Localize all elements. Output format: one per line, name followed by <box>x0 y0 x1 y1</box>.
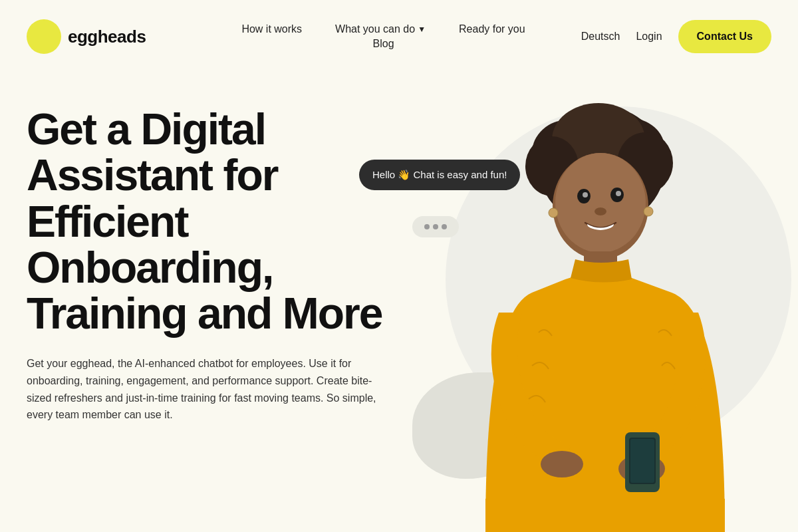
hero-section: Get a Digital Assistant for Efficient On… <box>0 73 798 532</box>
svg-rect-19 <box>630 439 654 483</box>
header: eggheads How it works What you can do ▼ … <box>0 0 798 73</box>
typing-dot-3 <box>442 224 447 229</box>
nav-what-you-can-do[interactable]: What you can do ▼ <box>335 23 426 35</box>
svg-rect-21 <box>485 499 725 532</box>
hero-illustration: Hello 👋 Chat is easy and fun! <box>399 93 771 532</box>
logo-circle <box>27 19 61 54</box>
chat-bubble: Hello 👋 Chat is easy and fun! <box>359 160 520 190</box>
svg-point-20 <box>541 451 583 477</box>
svg-point-11 <box>616 191 621 196</box>
contact-us-button[interactable]: Contact Us <box>678 20 771 53</box>
typing-dot-2 <box>433 224 438 229</box>
svg-point-14 <box>644 207 653 216</box>
login-link[interactable]: Login <box>636 31 662 43</box>
nav-ready-for-you[interactable]: Ready for you <box>459 23 525 35</box>
nav-how-it-works[interactable]: How it works <box>241 23 302 35</box>
typing-dot-1 <box>424 224 430 229</box>
svg-point-13 <box>549 208 558 217</box>
typing-indicator <box>412 216 459 237</box>
language-switcher[interactable]: Deutsch <box>581 31 620 43</box>
hero-content: Get a Digital Assistant for Efficient On… <box>27 93 399 424</box>
header-right: Deutsch Login Contact Us <box>581 20 771 53</box>
hero-title: Get a Digital Assistant for Efficient On… <box>27 106 399 336</box>
logo[interactable]: eggheads <box>27 19 146 54</box>
main-nav: How it works What you can do ▼ Ready for… <box>186 23 581 50</box>
dropdown-arrow-icon: ▼ <box>418 25 426 34</box>
nav-blog[interactable]: Blog <box>373 38 394 50</box>
logo-text: eggheads <box>68 27 146 47</box>
svg-point-12 <box>595 207 606 215</box>
svg-point-7 <box>555 153 646 253</box>
svg-point-10 <box>583 192 588 198</box>
hero-description: Get your egghead, the AI-enhanced chatbo… <box>27 355 386 423</box>
